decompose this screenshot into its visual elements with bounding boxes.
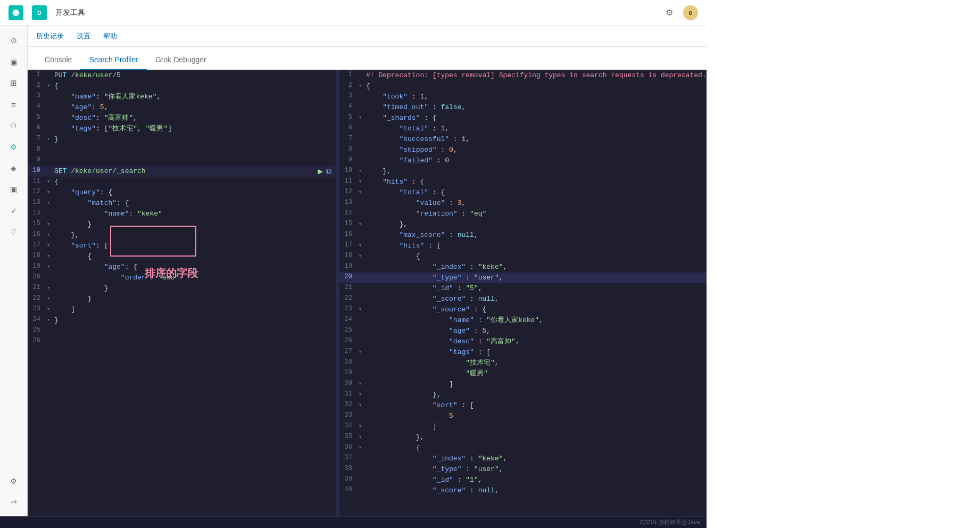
sidebar-dashboard[interactable]: ⊞ xyxy=(4,73,23,93)
output-line-11: 11 ▾ "hits" : { xyxy=(339,177,707,187)
output-line-2: 2 ▾ { xyxy=(339,81,707,92)
editor-line-26: 26 xyxy=(28,336,336,347)
sidebar-ml[interactable]: ◈ xyxy=(4,159,23,178)
sidebar-devtools[interactable]: ⚙ xyxy=(4,137,23,156)
output-line-5: 5 ▾ "_shards" : { xyxy=(339,113,707,123)
output-line-8: 8 "skipped" : 0, xyxy=(339,145,707,155)
copy-button[interactable]: ⧉ xyxy=(326,167,331,176)
editor-line-9: 9 xyxy=(28,155,336,166)
nav-history[interactable]: 历史记录 xyxy=(36,31,64,41)
output-line-33: 33 5 xyxy=(339,411,707,422)
editor-line-5: 5 "desc": "高富帅", xyxy=(28,113,336,123)
editor-line-16: 16 ▾ }, xyxy=(28,230,336,241)
output-line-14: 14 "relation" : "eq" xyxy=(339,209,707,219)
output-line-28: 28 "技术宅", xyxy=(339,358,707,368)
sidebar-recent[interactable]: ⊙ xyxy=(4,31,23,50)
editor-line-18: 18 ▾ { xyxy=(28,251,336,262)
output-line-22: 22 "_score" : null, xyxy=(339,294,707,304)
editor-line-15: 15 ▾ } xyxy=(28,219,336,230)
output-line-1: 1 #! Deprecation: [types removal] Specif… xyxy=(339,70,707,81)
editor-line-13: 13 ▾ "match": { xyxy=(28,198,336,209)
output-line-17: 17 ▾ "hits" : [ xyxy=(339,241,707,251)
sidebar-uptime[interactable]: ✓ xyxy=(4,201,23,220)
output-line-10: 10 ▾ }, xyxy=(339,166,707,177)
output-line-37: 37 "_index" : "keke", xyxy=(339,453,707,464)
editor-line-17: 17 ▾ "sort": [ xyxy=(28,241,336,251)
output-line-38: 38 "_type" : "user", xyxy=(339,464,707,475)
editor-line-25: 25 xyxy=(28,326,336,336)
sidebar-visualize[interactable]: ≡ xyxy=(4,95,23,114)
output-line-3: 3 "took" : 1, xyxy=(339,92,707,102)
nav-settings[interactable]: 设置 xyxy=(77,31,90,41)
output-line-40: 40 "_score" : null, xyxy=(339,485,707,496)
tab-console[interactable]: Console xyxy=(36,50,80,70)
output-line-34: 34 ▾ ] xyxy=(339,422,707,432)
status-bar: CSDN @柯柯不会Java xyxy=(0,516,707,528)
output-line-23: 23 ▾ "_source" : { xyxy=(339,304,707,315)
output-line-18: 18 ▾ { xyxy=(339,251,707,262)
output-line-6: 6 "total" : 1, xyxy=(339,123,707,134)
output-line-26: 26 "desc" : "高富帅", xyxy=(339,336,707,347)
editor-line-23: 23 ▾ ] xyxy=(28,304,336,315)
editor-line-10: 10 GET /keke/user/_search ▶ ⧉ xyxy=(28,166,336,177)
output-line-4: 4 "timed_out" : false, xyxy=(339,102,707,113)
tab-search-profiler[interactable]: Search Profiler xyxy=(80,50,147,70)
output-line-24: 24 "name" : "你看人家keke", xyxy=(339,315,707,326)
editor-line-14: 14 "name": "keke" xyxy=(28,209,336,219)
editor-line-7: 7 ▾ } xyxy=(28,134,336,145)
editor-line-2: 2 ▾ { xyxy=(28,81,336,92)
sidebar-discover[interactable]: ◉ xyxy=(4,52,23,71)
run-button[interactable]: ▶ xyxy=(318,166,323,177)
topbar-title: 开发工具 xyxy=(55,8,85,18)
editor-line-1: 1 PUT /keke/user/5 xyxy=(28,70,336,81)
nav-help[interactable]: 帮助 xyxy=(103,31,117,41)
output-line-31: 31 ▾ }, xyxy=(339,390,707,400)
output-line-30: 30 ▾ ] xyxy=(339,379,707,390)
output-line-27: 27 ▾ "tags" : [ xyxy=(339,347,707,358)
output-line-9: 9 "failed" : 0 xyxy=(339,155,707,166)
editor-line-8: 8 xyxy=(28,145,336,155)
editor-line-6: 6 "tags": ["技术宅", "暖男"] xyxy=(28,123,336,134)
brand-logo xyxy=(9,5,23,20)
sidebar-arrows[interactable]: ⇒ xyxy=(4,492,23,511)
editor-line-21: 21 ▾ } xyxy=(28,283,336,294)
editor-line-24: 24 ▾ } xyxy=(28,315,336,326)
output-line-36: 36 ▾ { xyxy=(339,443,707,453)
output-line-12: 12 ▾ "total" : { xyxy=(339,187,707,198)
output-line-32: 32 ▾ "sort" : [ xyxy=(339,400,707,411)
annotation-label: 排序的字段 xyxy=(145,266,198,280)
editor-line-3: 3 "name": "你看人家keke", xyxy=(28,92,336,102)
tab-grok-debugger[interactable]: Grok Debugger xyxy=(147,50,215,70)
output-line-16: 16 "max_score" : null, xyxy=(339,230,707,241)
output-line-29: 29 "暖男" xyxy=(339,368,707,379)
sidebar-people[interactable]: ⚇ xyxy=(4,116,23,135)
user-avatar[interactable]: e xyxy=(683,5,698,20)
output-line-13: 13 "value" : 3, xyxy=(339,198,707,209)
output-panel: 1 #! Deprecation: [types removal] Specif… xyxy=(339,70,707,516)
editor-line-4: 4 "age": 5, xyxy=(28,102,336,113)
tab-bar: Console Search Profiler Grok Debugger xyxy=(28,47,707,70)
output-line-21: 21 "_id" : "5", xyxy=(339,283,707,294)
dev-icon: D xyxy=(32,5,47,20)
settings-icon[interactable]: ⚙ xyxy=(662,5,677,20)
output-line-19: 19 "_index" : "keke", xyxy=(339,262,707,273)
output-line-20: 20 "_type" : "user", xyxy=(339,273,707,283)
output-line-35: 35 ▾ }, xyxy=(339,432,707,443)
output-line-25: 25 "age" : 5, xyxy=(339,326,707,336)
editor-line-12: 12 ▾ "query": { xyxy=(28,187,336,198)
sidebar-settings[interactable]: ⚙ xyxy=(4,472,23,491)
sidebar-infra[interactable]: ▣ xyxy=(4,180,23,199)
output-line-7: 7 "successful" : 1, xyxy=(339,134,707,145)
output-line-39: 39 "_id" : "1", xyxy=(339,475,707,485)
secondary-nav: 历史记录 设置 帮助 xyxy=(28,26,707,47)
editor-line-11: 11 ▾ { xyxy=(28,177,336,187)
output-line-15: 15 ▾ }, xyxy=(339,219,707,230)
editor-line-22: 22 ▾ } xyxy=(28,294,336,304)
sidebar-heartbeat[interactable]: ♡ xyxy=(4,222,23,242)
status-text: CSDN @柯柯不会Java xyxy=(640,518,700,526)
